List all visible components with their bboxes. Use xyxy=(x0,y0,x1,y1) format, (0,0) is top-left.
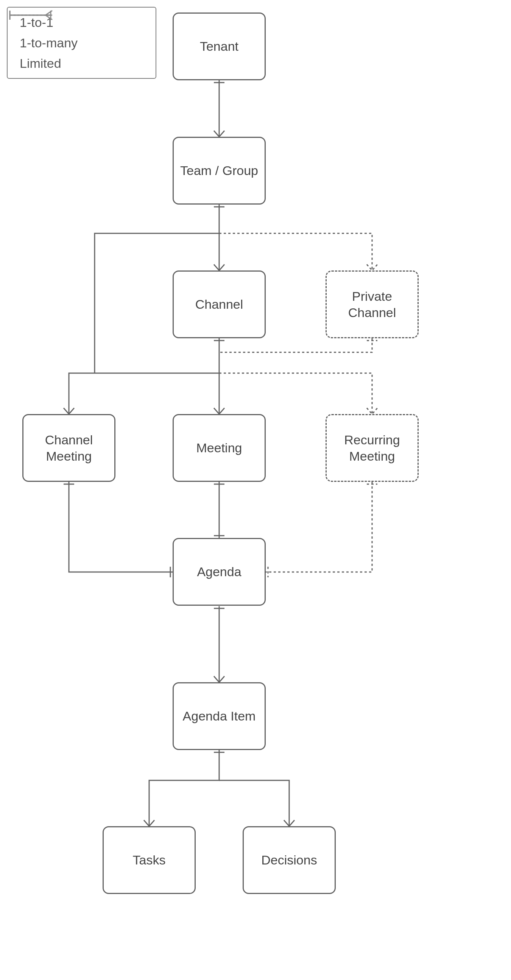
edge-tenant-teamgroup xyxy=(214,80,224,137)
node-agenda: Agenda xyxy=(173,538,266,606)
node-tasks-label: Tasks xyxy=(133,852,166,868)
node-channel: Channel xyxy=(173,270,266,338)
node-meeting-label: Meeting xyxy=(197,440,242,456)
edge-agendaitem-decisions xyxy=(219,780,295,826)
node-team-group-label: Team / Group xyxy=(180,162,258,179)
legend-row-one-to-many: 1-to-many xyxy=(14,33,149,53)
node-channel-meeting-label: Channel Meeting xyxy=(45,432,93,464)
node-meeting: Meeting xyxy=(173,414,266,482)
node-private-channel: Private Channel xyxy=(325,270,419,338)
node-agenda-item-label: Agenda Item xyxy=(183,708,256,724)
edge-teamgroup-privatechannel xyxy=(219,233,378,270)
legend-row-limited: Limited xyxy=(14,53,149,73)
node-channel-label: Channel xyxy=(195,296,243,312)
legend-glyph-limited xyxy=(8,8,53,23)
edge-meeting-agenda xyxy=(214,482,224,538)
node-agenda-label: Agenda xyxy=(197,564,241,580)
node-decisions: Decisions xyxy=(243,826,336,894)
node-team-group: Team / Group xyxy=(173,137,266,205)
edge-privatechannel-bus xyxy=(219,338,378,352)
legend: 1-to-1 1-to-many Limited xyxy=(7,7,156,79)
node-tenant: Tenant xyxy=(173,13,266,80)
node-private-channel-label: Private Channel xyxy=(348,288,396,320)
node-recurring-meeting-label: Recurring Meeting xyxy=(344,432,400,464)
edge-recurringmeeting-agenda xyxy=(266,482,378,578)
edge-channel-meeting xyxy=(214,338,224,414)
node-tasks: Tasks xyxy=(103,826,196,894)
edge-channel-recurringmeeting xyxy=(219,373,378,414)
node-recurring-meeting: Recurring Meeting xyxy=(325,414,419,482)
edge-channelmeeting-agenda xyxy=(63,482,173,578)
diagram-canvas: 1-to-1 1-to-many Limited Tenant Team / G… xyxy=(0,0,511,980)
node-channel-meeting: Channel Meeting xyxy=(22,414,116,482)
edge-agenda-agendaitem xyxy=(214,606,224,682)
node-tenant-label: Tenant xyxy=(200,38,238,54)
edge-teamgroup-channel xyxy=(214,205,224,270)
node-agenda-item: Agenda Item xyxy=(173,682,266,750)
legend-label-one-to-many: 1-to-many xyxy=(20,36,78,50)
node-decisions-label: Decisions xyxy=(261,852,317,868)
legend-label-limited: Limited xyxy=(20,56,61,71)
edge-agendaitem-tasks xyxy=(144,750,224,826)
